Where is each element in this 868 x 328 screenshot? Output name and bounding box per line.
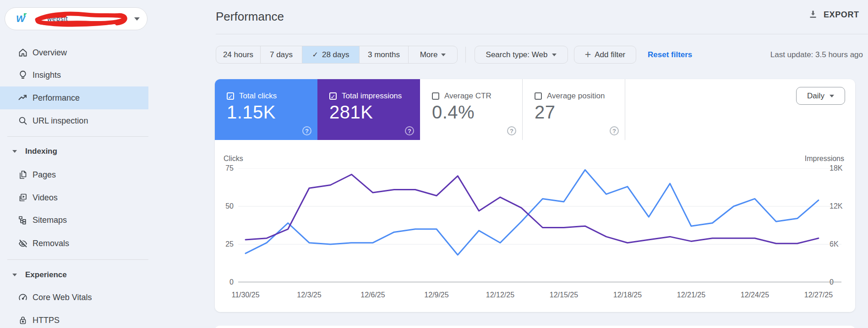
export-button[interactable]: EXPORT	[808, 9, 859, 20]
sidebar-item-pages[interactable]: Pages	[0, 163, 148, 186]
help-icon[interactable]	[302, 126, 311, 135]
axis-tick-label: 12/15/25	[541, 291, 587, 299]
sidebar-item-label: Core Web Vitals	[33, 293, 92, 302]
axis-tick-label: 11/30/25	[223, 291, 268, 299]
axis-tick-label: 50	[215, 202, 234, 211]
sidebar-section-experience[interactable]: Experience	[0, 263, 148, 286]
sidebar-item-performance[interactable]: Performance	[0, 86, 148, 109]
divider	[7, 259, 148, 260]
divider	[465, 47, 466, 63]
axis-tick-label: 25	[215, 240, 234, 249]
axis-tick-label: 12/24/25	[732, 291, 778, 299]
series-clicks	[246, 170, 819, 255]
chevron-down-icon	[830, 95, 834, 97]
sidebar-item-label: Insights	[33, 70, 61, 80]
range-24-hours[interactable]: 24 hours	[216, 46, 261, 63]
sidebar: W websit Overview Insights Performance	[0, 0, 148, 328]
divider	[7, 136, 148, 137]
checkbox-unchecked-icon[interactable]	[535, 92, 542, 100]
chevron-down-icon	[134, 17, 140, 21]
gauge-icon	[17, 292, 28, 303]
divider	[216, 34, 868, 34]
home-icon	[17, 47, 28, 58]
sidebar-item-label: HTTPS	[33, 316, 60, 325]
metric-card-average-position[interactable]: Average position 27	[523, 79, 625, 140]
sidebar-item-removals[interactable]: Removals	[0, 232, 148, 255]
checkbox-checked-icon[interactable]	[329, 92, 337, 100]
date-range-selector: 24 hours 7 days 28 days 3 months More	[216, 46, 458, 64]
sidebar-item-url-inspection[interactable]: URL inspection	[0, 109, 148, 132]
page-title: Performance	[216, 10, 284, 24]
search-type-label: Search type: Web	[486, 50, 548, 59]
left-axis-title: Clicks	[224, 155, 243, 163]
chevron-down-icon	[12, 274, 17, 276]
right-axis-title: Impressions	[805, 155, 844, 163]
axis-tick-label: 12/6/25	[350, 291, 396, 299]
section-header-label: Experience	[25, 270, 67, 280]
metric-label: Average CTR	[444, 91, 491, 101]
sidebar-item-overview[interactable]: Overview	[0, 41, 148, 64]
range-7-days[interactable]: 7 days	[261, 46, 302, 63]
granularity-label: Daily	[807, 91, 824, 101]
lock-icon	[17, 315, 28, 326]
sidebar-item-https[interactable]: HTTPS	[0, 309, 148, 328]
sidebar-item-label: Pages	[33, 170, 56, 180]
video-icon	[17, 192, 28, 203]
redaction-scribble	[33, 10, 132, 28]
search-type-filter[interactable]: Search type: Web	[475, 46, 568, 64]
site-name: websit	[32, 9, 131, 29]
chevron-down-icon	[12, 150, 17, 153]
axis-tick-label: 12/3/25	[286, 291, 332, 299]
plus-icon	[585, 49, 591, 60]
sitemap-icon	[17, 215, 28, 226]
performance-line-chart[interactable]	[238, 168, 841, 282]
granularity-dropdown[interactable]: Daily	[796, 87, 845, 105]
axis-tick-label: 12/21/25	[668, 291, 714, 299]
range-28-days[interactable]: 28 days	[302, 46, 360, 63]
help-icon[interactable]	[610, 126, 619, 135]
metric-value: 281K	[329, 102, 373, 123]
axis-tick-label: 0	[215, 278, 234, 287]
add-filter-button[interactable]: Add filter	[574, 46, 636, 64]
range-3-months[interactable]: 3 months	[360, 46, 409, 63]
metric-card-total-impressions[interactable]: Total impressions 281K	[317, 79, 420, 140]
sidebar-item-label: Sitemaps	[33, 215, 67, 225]
performance-panel: Total clicks 1.15K Total impressions 281…	[215, 79, 855, 312]
checkbox-checked-icon[interactable]	[227, 92, 234, 100]
checkbox-unchecked-icon[interactable]	[432, 92, 439, 100]
search-icon	[17, 115, 28, 126]
sidebar-item-label: Videos	[33, 193, 58, 203]
section-header-label: Indexing	[25, 147, 57, 156]
axis-tick-label: 75	[215, 164, 234, 173]
last-update-text: Last update: 3.5 hours ago	[770, 50, 863, 59]
metric-card-total-clicks[interactable]: Total clicks 1.15K	[215, 79, 317, 140]
sidebar-item-label: URL inspection	[33, 116, 88, 126]
lightbulb-icon	[17, 70, 28, 81]
chevron-down-icon	[552, 54, 557, 56]
axis-tick-label: 12/18/25	[605, 291, 650, 299]
sidebar-section-indexing[interactable]: Indexing	[0, 140, 148, 163]
metric-card-average-ctr[interactable]: Average CTR 0.4%	[420, 79, 523, 140]
metric-label: Total clicks	[239, 91, 277, 101]
sidebar-item-label: Performance	[33, 93, 80, 103]
export-label: EXPORT	[824, 10, 859, 20]
sidebar-item-videos[interactable]: Videos	[0, 186, 148, 209]
site-property-selector[interactable]: W websit	[5, 7, 147, 30]
metric-label: Total impressions	[342, 91, 402, 101]
range-more-dropdown[interactable]: More	[409, 46, 457, 63]
site-logo: W	[12, 11, 29, 27]
sidebar-item-sitemaps[interactable]: Sitemaps	[0, 209, 148, 231]
metric-value: 1.15K	[227, 102, 276, 123]
metric-value: 0.4%	[432, 102, 475, 123]
sidebar-item-core-web-vitals[interactable]: Core Web Vitals	[0, 286, 148, 309]
help-icon[interactable]	[507, 126, 516, 135]
next-panel-edge	[215, 326, 855, 328]
metric-label: Average position	[547, 91, 605, 101]
check-icon	[312, 50, 318, 59]
help-icon[interactable]	[405, 126, 414, 135]
trending-up-icon	[17, 92, 28, 103]
reset-filters-link[interactable]: Reset filters	[648, 50, 692, 59]
sidebar-item-insights[interactable]: Insights	[0, 64, 148, 86]
metric-value: 27	[535, 102, 556, 123]
download-icon	[808, 9, 819, 20]
